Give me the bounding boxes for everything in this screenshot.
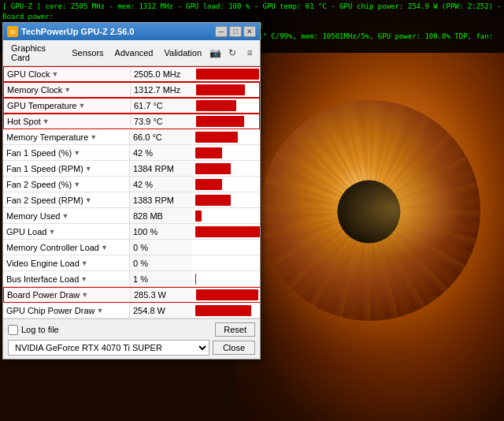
sensor-value-gpu-load: 100 %	[129, 224, 192, 239]
maximize-button[interactable]: □	[229, 26, 242, 37]
background-image	[236, 0, 504, 421]
menu-right-icons: 📷 ↻ ≡	[208, 47, 257, 59]
refresh-icon[interactable]: ↻	[225, 47, 239, 59]
sensor-dropdown-fan1-speed-pct[interactable]: ▼	[73, 149, 80, 157]
log-checkbox[interactable]	[8, 325, 18, 335]
sensor-dropdown-gpu-clock[interactable]: ▼	[51, 70, 58, 78]
sensor-dropdown-fan2-speed-rpm[interactable]: ▼	[85, 196, 92, 204]
sensor-bar-memory-temperature	[195, 132, 238, 143]
sensor-bar-container-fan1-speed-rpm	[192, 161, 260, 176]
sensor-bar-container-board-power-draw	[193, 288, 260, 302]
sensor-row-fan1-speed-pct: Fan 1 Speed (%) ▼ 42 %	[3, 145, 260, 161]
menu-icon[interactable]: ≡	[243, 47, 257, 59]
sensor-row-gpu-load: GPU Load ▼ 100 %	[3, 224, 260, 240]
sensor-name-fan1-speed-pct: Fan 1 Speed (%) ▼	[3, 148, 129, 158]
sensor-value-fan2-speed-rpm: 1383 RPM	[129, 192, 192, 207]
sensor-name-gpu-temperature: GPU Temperature ▼	[4, 101, 130, 110]
sensor-name-gpu-clock: GPU Clock ▼	[4, 69, 130, 79]
menu-graphics-card[interactable]: Graphics Card	[6, 42, 65, 64]
bottom-panel: Log to file Reset NVIDIA GeForce RTX 407…	[3, 319, 260, 359]
sensor-label-gpu-clock: GPU Clock	[7, 69, 50, 79]
sensor-row-memory-clock: Memory Clock ▼ 1312.7 MHz	[3, 82, 260, 98]
sensor-value-fan2-speed-pct: 42 %	[129, 177, 192, 192]
sensor-row-bus-interface-load: Bus Interface Load ▼ 1 %	[3, 271, 260, 287]
sensor-row-memory-controller-load: Memory Controller Load ▼ 0 %	[3, 240, 260, 255]
sensor-row-gpu-temperature: GPU Temperature ▼ 61.7 °C	[3, 98, 260, 114]
sensor-dropdown-gpu-load[interactable]: ▼	[48, 228, 55, 236]
menu-sensors[interactable]: Sensors	[67, 47, 108, 59]
sensor-dropdown-board-power-draw[interactable]: ▼	[81, 291, 88, 299]
sensor-value-memory-controller-load: 0 %	[129, 240, 192, 255]
sensor-row-hot-spot: Hot Spot ▼ 73.9 °C	[3, 114, 260, 129]
sensor-dropdown-memory-controller-load[interactable]: ▼	[101, 244, 108, 251]
window-controls: ─ □ ✕	[215, 26, 256, 37]
app-icon: G	[7, 26, 18, 37]
sensor-bar-fan1-speed-pct	[195, 147, 222, 158]
sensor-dropdown-gpu-temperature[interactable]: ▼	[78, 102, 85, 110]
sensor-bar-gpu-load	[195, 226, 260, 237]
sensor-bar-board-power-draw	[196, 289, 258, 300]
sensor-bar-bus-interface-load	[195, 274, 196, 285]
sensor-dropdown-gpu-chip-power-draw[interactable]: ▼	[96, 307, 103, 315]
sensor-bar-container-memory-controller-load	[192, 240, 260, 255]
sensor-bar-container-gpu-load	[192, 224, 260, 239]
menu-validation[interactable]: Validation	[160, 47, 207, 59]
sensor-dropdown-video-engine-load[interactable]: ▼	[81, 259, 88, 267]
status-line1: [ GPU-Z ] core: 2505 MHz - mem: 1312 MHz…	[2, 2, 502, 21]
sensor-label-fan1-speed-pct: Fan 1 Speed (%)	[6, 148, 72, 158]
sensor-label-board-power-draw: Board Power Draw	[7, 290, 80, 300]
sensor-dropdown-memory-clock[interactable]: ▼	[64, 86, 71, 94]
sensor-bar-container-hot-spot	[193, 114, 259, 129]
sensor-name-gpu-load: GPU Load ▼	[3, 227, 129, 237]
log-label[interactable]: Log to file	[8, 325, 59, 335]
sensor-dropdown-fan2-speed-pct[interactable]: ▼	[73, 181, 80, 188]
sensor-bar-container-gpu-temperature	[193, 99, 259, 113]
reset-button[interactable]: Reset	[215, 322, 255, 337]
sensor-name-hot-spot: Hot Spot ▼	[4, 117, 130, 126]
sensor-bar-container-gpu-chip-power-draw	[192, 303, 260, 318]
sensor-value-hot-spot: 73.9 °C	[130, 114, 193, 129]
sensor-bar-container-fan1-speed-pct	[192, 145, 260, 160]
sensor-bar-fan2-speed-pct	[195, 179, 222, 190]
close-button[interactable]: ✕	[243, 26, 256, 37]
sensor-name-fan1-speed-rpm: Fan 1 Speed (RPM) ▼	[3, 164, 129, 173]
sensor-row-gpu-chip-power-draw: GPU Chip Power Draw ▼ 254.8 W	[3, 303, 260, 319]
sensor-value-gpu-clock: 2505.0 MHz	[130, 67, 193, 81]
sensor-dropdown-bus-interface-load[interactable]: ▼	[80, 275, 87, 283]
sensor-bar-container-fan2-speed-rpm	[192, 192, 260, 207]
sensor-dropdown-memory-temperature[interactable]: ▼	[90, 133, 97, 141]
minimize-button[interactable]: ─	[215, 26, 228, 37]
sensor-row-video-engine-load: Video Engine Load ▼ 0 %	[3, 255, 260, 271]
sensor-row-memory-used: Memory Used ▼ 828 MB	[3, 208, 260, 224]
menu-advanced[interactable]: Advanced	[110, 47, 158, 59]
sensor-row-fan2-speed-pct: Fan 2 Speed (%) ▼ 42 %	[3, 177, 260, 192]
close-window-button[interactable]: Close	[213, 341, 255, 355]
sensor-value-board-power-draw: 285.3 W	[130, 288, 193, 302]
sensor-label-gpu-load: GPU Load	[6, 227, 46, 237]
camera-icon[interactable]: 📷	[208, 47, 222, 59]
main-window: G TechPowerUp GPU-Z 2.56.0 ─ □ ✕ Graphic…	[2, 22, 261, 360]
sensor-bar-memory-used	[195, 210, 202, 222]
sensor-dropdown-memory-used[interactable]: ▼	[61, 212, 69, 220]
sensor-dropdown-fan1-speed-rpm[interactable]: ▼	[85, 165, 92, 173]
sensor-label-fan1-speed-rpm: Fan 1 Speed (RPM)	[6, 164, 83, 173]
eye-iris	[260, 100, 480, 321]
sensor-label-video-engine-load: Video Engine Load	[6, 259, 80, 268]
sensor-label-fan2-speed-pct: Fan 2 Speed (%)	[6, 180, 72, 189]
sensor-bar-container-bus-interface-load	[192, 271, 260, 286]
sensor-dropdown-hot-spot[interactable]: ▼	[43, 117, 50, 125]
sensor-bar-gpu-chip-power-draw	[195, 305, 251, 316]
sensor-bar-container-video-engine-load	[192, 255, 260, 270]
sensor-bar-container-memory-used	[192, 208, 260, 223]
sensor-label-memory-controller-load: Memory Controller Load	[6, 243, 99, 252]
gpu-selector[interactable]: NVIDIA GeForce RTX 4070 Ti SUPER	[8, 340, 209, 356]
sensor-name-memory-controller-load: Memory Controller Load ▼	[3, 243, 129, 252]
title-bar: G TechPowerUp GPU-Z 2.56.0 ─ □ ✕	[3, 23, 260, 40]
sensor-row-board-power-draw: Board Power Draw ▼ 285.3 W	[3, 287, 260, 303]
sensor-label-memory-used: Memory Used	[6, 211, 60, 221]
sensor-bar-gpu-temperature	[196, 100, 236, 111]
sensor-name-board-power-draw: Board Power Draw ▼	[4, 290, 130, 300]
sensor-row-gpu-clock: GPU Clock ▼ 2505.0 MHz	[3, 66, 260, 82]
sensor-name-gpu-chip-power-draw: GPU Chip Power Draw ▼	[3, 306, 129, 315]
sensor-value-memory-temperature: 66.0 °C	[129, 129, 192, 144]
